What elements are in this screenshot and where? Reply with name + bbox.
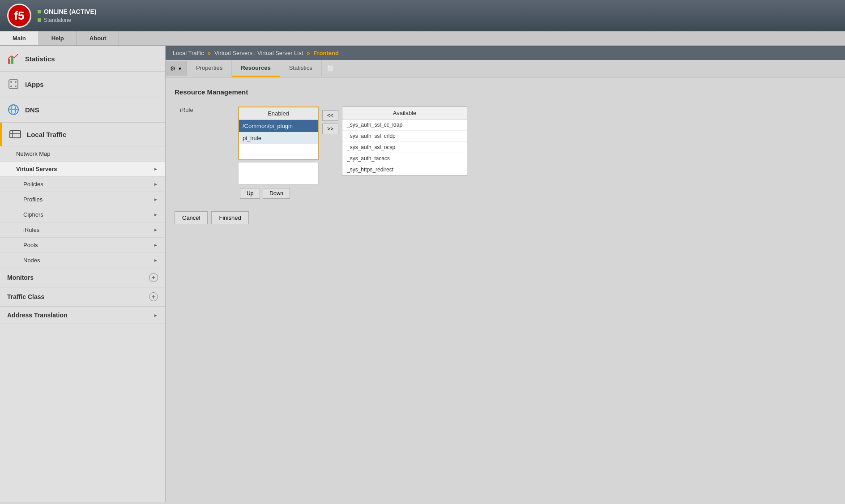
up-button[interactable]: Up [240, 188, 260, 199]
nodes-label: Nodes [23, 257, 40, 264]
nodes-arrow: ► [154, 258, 158, 263]
irule-controls-inner: Enabled /Common/pi_plugin pi_irule Up Do… [238, 107, 831, 199]
sidebar-item-profiles[interactable]: Profiles ► [0, 192, 165, 207]
main-layout: Statistics iApps DNS [0, 46, 845, 502]
empty-enabled-box [238, 162, 319, 184]
irules-arrow: ► [154, 227, 158, 232]
ciphers-arrow: ► [154, 212, 158, 217]
tab-properties[interactable]: Properties [187, 60, 232, 77]
policies-arrow: ► [154, 182, 158, 187]
irules-label: iRules [23, 226, 39, 233]
sidebar-item-iapps[interactable]: iApps [0, 72, 165, 97]
gear-dropdown-arrow: ▼ [178, 66, 182, 71]
svg-point-4 [15, 81, 17, 83]
enabled-col: Enabled /Common/pi_plugin pi_irule Up Do… [238, 107, 319, 199]
tab-resources[interactable]: Resources [232, 60, 280, 77]
available-item-0[interactable]: _sys_auth_ssl_cc_ldap [342, 120, 467, 131]
tab-main[interactable]: Main [0, 31, 39, 45]
tab-about[interactable]: About [77, 31, 119, 45]
sidebar-item-policies[interactable]: Policies ► [0, 177, 165, 192]
sidebar-item-traffic-class[interactable]: Traffic Class + [0, 287, 165, 307]
sidebar-item-address-translation[interactable]: Address Translation ► [0, 307, 165, 324]
pools-arrow: ► [154, 243, 158, 248]
traffic-class-expand-icon: + [149, 292, 158, 301]
sidebar-item-nodes[interactable]: Nodes ► [0, 253, 165, 268]
tab-external-link[interactable]: ⬜ [322, 62, 340, 76]
statistics-icon [7, 52, 20, 65]
address-translation-label: Address Translation [7, 312, 68, 319]
down-button[interactable]: Down [263, 188, 290, 199]
network-map-label: Network Map [16, 150, 51, 157]
gear-icon: ⚙ [170, 65, 176, 72]
available-item-1[interactable]: _sys_auth_ssl_crldp [342, 131, 467, 142]
pools-label: Pools [23, 242, 38, 248]
ciphers-label: Ciphers [23, 211, 43, 218]
sub-tabs-bar: ⚙ ▼ Properties Resources Statistics ⬜ [166, 60, 845, 77]
nav-tabs: Main Help About [0, 31, 845, 46]
header: f5 ONLINE (ACTIVE) Standalone [0, 0, 845, 31]
resource-table: iRule Enabled /Common/pi_plugin pi_irule [175, 103, 836, 202]
content-body: Resource Management iRule Enabled /Commo… [166, 77, 845, 235]
cancel-button[interactable]: Cancel [175, 211, 208, 224]
tab-statistics[interactable]: Statistics [280, 60, 322, 77]
profiles-label: Profiles [23, 196, 43, 203]
sidebar-item-ciphers[interactable]: Ciphers ► [0, 207, 165, 222]
gear-button[interactable]: ⚙ ▼ [166, 61, 187, 76]
sidebar-item-irules[interactable]: iRules ► [0, 222, 165, 238]
breadcrumb-active: Frontend [314, 50, 339, 56]
breadcrumb-sep1: » [208, 50, 211, 56]
online-dot [38, 10, 41, 13]
available-item-3[interactable]: _sys_auth_tacacs [342, 153, 467, 164]
arrow-buttons: << >> [319, 107, 342, 138]
enabled-item-0[interactable]: /Common/pi_plugin [239, 120, 318, 132]
tab-help[interactable]: Help [39, 31, 77, 45]
local-traffic-label: Local Traffic [27, 131, 66, 138]
enabled-item-1[interactable]: pi_irule [239, 132, 318, 144]
irule-label: iRule [175, 103, 233, 202]
local-traffic-icon [9, 128, 21, 141]
breadcrumb-sep2: » [307, 50, 310, 56]
move-left-button[interactable]: << [322, 110, 338, 121]
traffic-class-label: Traffic Class [7, 293, 44, 300]
statistics-label: Statistics [25, 55, 55, 63]
breadcrumb-part1: Local Traffic [173, 50, 204, 56]
breadcrumb-part2: Virtual Servers : Virtual Server List [214, 50, 303, 56]
section-title: Resource Management [175, 88, 836, 96]
svg-point-3 [10, 81, 12, 83]
standalone-dot [38, 18, 41, 22]
move-right-button[interactable]: >> [322, 124, 338, 134]
svg-rect-10 [10, 131, 21, 138]
svg-point-6 [15, 85, 17, 87]
iapps-label: iApps [25, 81, 44, 88]
irule-controls: Enabled /Common/pi_plugin pi_irule Up Do… [233, 103, 836, 202]
available-box: Available _sys_auth_ssl_cc_ldap _sys_aut… [342, 107, 467, 176]
updown-row: Up Down [238, 188, 319, 199]
irule-row: iRule Enabled /Common/pi_plugin pi_irule [175, 103, 836, 202]
sidebar-item-virtual-servers[interactable]: Virtual Servers ► [0, 162, 165, 177]
monitors-label: Monitors [7, 274, 34, 281]
available-item-2[interactable]: _sys_auth_ssl_ocsp [342, 142, 467, 153]
dns-icon [7, 103, 20, 116]
sidebar-item-local-traffic[interactable]: Local Traffic [0, 123, 165, 146]
svg-rect-0 [8, 59, 10, 64]
sidebar-item-pools[interactable]: Pools ► [0, 238, 165, 253]
sidebar-item-dns[interactable]: DNS [0, 97, 165, 123]
sidebar: Statistics iApps DNS [0, 46, 166, 502]
finished-button[interactable]: Finished [211, 211, 248, 224]
f5-logo: f5 [7, 4, 31, 28]
sidebar-item-network-map[interactable]: Network Map [0, 146, 165, 162]
header-status: ONLINE (ACTIVE) Standalone [38, 8, 96, 23]
enabled-box: Enabled /Common/pi_plugin pi_irule [238, 107, 319, 160]
iapps-icon [7, 78, 20, 90]
policies-label: Policies [23, 181, 43, 188]
standalone-label: Standalone [44, 17, 71, 23]
virtual-servers-arrow: ► [154, 167, 158, 171]
enabled-header: Enabled [239, 107, 318, 120]
external-link-icon: ⬜ [327, 65, 334, 72]
available-item-4[interactable]: _sys_https_redirect [342, 164, 467, 175]
breadcrumb: Local Traffic » Virtual Servers : Virtua… [166, 46, 845, 60]
virtual-servers-label: Virtual Servers [16, 166, 57, 172]
sidebar-item-monitors[interactable]: Monitors + [0, 268, 165, 287]
sidebar-item-statistics[interactable]: Statistics [0, 46, 165, 72]
action-buttons: Cancel Finished [175, 211, 836, 224]
